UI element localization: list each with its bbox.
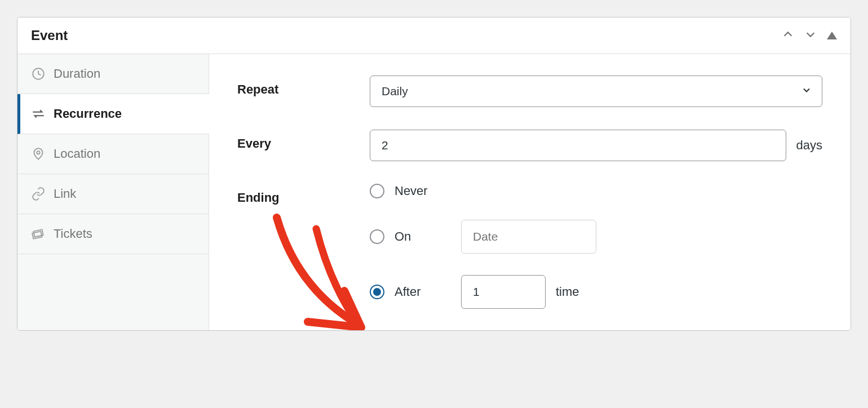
ending-never-radio[interactable] bbox=[370, 184, 384, 198]
tab-location[interactable]: Location bbox=[17, 134, 209, 174]
every-label: Every bbox=[237, 130, 370, 151]
svg-point-1 bbox=[37, 151, 39, 154]
link-icon bbox=[31, 187, 46, 201]
repeat-select[interactable]: Daily bbox=[370, 76, 822, 107]
ending-after-suffix: time bbox=[556, 285, 579, 299]
ending-after-row: After time bbox=[370, 275, 596, 309]
ending-label: Ending bbox=[237, 184, 370, 205]
every-suffix: days bbox=[796, 138, 822, 153]
ending-never-label: Never bbox=[395, 184, 451, 198]
ending-on-row: On bbox=[370, 220, 596, 254]
panel-body: Duration Recurrence Location Link bbox=[17, 54, 851, 330]
tab-recurrence[interactable]: Recurrence bbox=[17, 94, 209, 134]
panel-header: Event bbox=[17, 17, 851, 54]
repeat-row: Repeat Daily bbox=[237, 76, 822, 107]
clock-icon bbox=[31, 66, 46, 81]
tab-link[interactable]: Link bbox=[17, 174, 209, 214]
ending-after-input[interactable] bbox=[461, 275, 546, 309]
event-panel: Event Duration Recurrence bbox=[17, 17, 851, 331]
move-up-icon[interactable] bbox=[782, 28, 794, 43]
ending-radio-group: Never On After time bbox=[370, 184, 596, 309]
ending-row: Ending Never On bbox=[237, 184, 822, 309]
content-area: Repeat Daily Every days bbox=[209, 54, 851, 330]
ending-after-label: After bbox=[395, 285, 451, 299]
move-down-icon[interactable] bbox=[804, 28, 817, 43]
tab-label: Location bbox=[54, 147, 100, 161]
recurrence-icon bbox=[31, 107, 46, 121]
ending-after-radio[interactable] bbox=[370, 285, 384, 299]
location-icon bbox=[31, 147, 46, 161]
every-row: Every days bbox=[237, 130, 822, 161]
sidebar: Duration Recurrence Location Link bbox=[17, 54, 209, 330]
ending-never-row: Never bbox=[370, 184, 596, 198]
tab-label: Recurrence bbox=[54, 107, 122, 121]
tab-duration[interactable]: Duration bbox=[17, 54, 209, 94]
ending-on-date-input[interactable] bbox=[461, 220, 596, 254]
tab-label: Duration bbox=[54, 66, 100, 81]
repeat-label: Repeat bbox=[237, 76, 370, 97]
every-input[interactable] bbox=[370, 130, 786, 161]
ending-on-label: On bbox=[395, 229, 451, 244]
panel-title: Event bbox=[31, 28, 68, 43]
ending-on-radio[interactable] bbox=[370, 229, 384, 244]
collapse-icon[interactable] bbox=[827, 32, 837, 39]
repeat-select-wrap: Daily bbox=[370, 76, 822, 107]
tab-label: Link bbox=[54, 187, 76, 201]
tab-tickets[interactable]: Tickets bbox=[17, 214, 209, 254]
tab-label: Tickets bbox=[54, 227, 92, 241]
tickets-icon bbox=[31, 227, 46, 241]
panel-header-controls bbox=[782, 28, 837, 43]
